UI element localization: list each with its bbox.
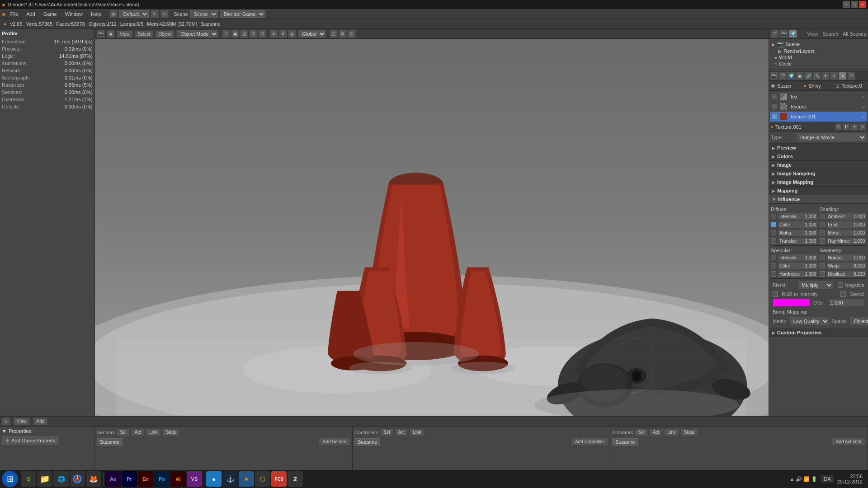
section-custom-properties[interactable]: ▶ Custom Properties (769, 328, 868, 337)
controllers-sel-btn[interactable]: Sel (380, 428, 393, 436)
menu-add[interactable]: Add (23, 10, 39, 18)
prop-texture-icon[interactable]: 🗋 (847, 72, 855, 80)
section-colors[interactable]: ▶ Colors (769, 152, 868, 161)
inf-check-intensity[interactable] (771, 214, 776, 219)
viewport-draw3-icon[interactable]: ◫ (240, 30, 248, 38)
inf-bar-transluc[interactable]: Transluc: 1.000 (778, 237, 818, 244)
viewport-render-icon[interactable]: ◉ (107, 30, 115, 38)
controllers-link-btn[interactable]: Link (410, 428, 424, 436)
section-image-mapping[interactable]: ▶ Image Mapping (769, 178, 868, 187)
close-button[interactable]: × (859, 1, 866, 8)
tex-row-texture[interactable]: ✓ Texture ✓ (770, 102, 867, 112)
actuators-act-btn[interactable]: Act (650, 428, 662, 436)
add-controller-button[interactable]: Add Controller (571, 438, 608, 446)
select-menu-button[interactable]: Select (135, 30, 154, 38)
taskbar-asus-icon[interactable]: ⚙ (21, 471, 36, 487)
section-image[interactable]: ▶ Image (769, 161, 868, 169)
prop-constraint-icon[interactable]: 🔗 (804, 72, 812, 80)
view-menu-button[interactable]: View (117, 30, 133, 38)
scene-tree-item-circle[interactable]: ○ Circle (771, 61, 866, 67)
inf-check-spec-intensity[interactable] (771, 255, 776, 260)
inf-bar-mirror[interactable]: Mirror: 1.000 (827, 229, 867, 236)
prop-scene-icon[interactable]: 🎬 (778, 72, 787, 80)
section-image-sampling[interactable]: ▶ Image Sampling (769, 169, 868, 178)
taskbar-folder-icon[interactable]: 📁 (37, 471, 52, 487)
section-preview[interactable]: ▶ Preview (769, 144, 868, 152)
tex-x-icon[interactable]: ✓ (862, 94, 865, 99)
transform-select[interactable]: Global (298, 30, 326, 38)
prop-particle-icon[interactable]: ✦ (821, 72, 830, 80)
add-sensor-button[interactable]: Add Sensor (319, 438, 350, 446)
sensors-state-btn[interactable]: State (163, 428, 179, 436)
viewport-xray-icon[interactable]: ◫ (330, 30, 338, 38)
inf-bar-alpha[interactable]: Alpha: 1.000 (778, 229, 818, 236)
negative-check[interactable] (838, 282, 843, 288)
add-game-property-button[interactable]: + Add Game Property (2, 436, 59, 446)
taskbar-network-icon[interactable]: 🌐 (53, 471, 69, 487)
prop-object-icon[interactable]: ◉ (796, 72, 804, 80)
section-influence[interactable]: ▼ Influence (769, 195, 868, 204)
viewport-draw5-icon[interactable]: ⊟ (258, 30, 266, 38)
layout-select[interactable]: Default (119, 10, 149, 18)
taskbar-fc3-icon[interactable]: FC3 (271, 471, 287, 487)
sensors-act-btn[interactable]: Act (132, 428, 144, 436)
inf-bar-warp[interactable]: Warp: 0.000 (827, 262, 867, 269)
viewport-snap-icon[interactable]: ⊗ (279, 30, 287, 38)
viewport-prop-icon[interactable]: ◎ (288, 30, 296, 38)
tex-check-texture001[interactable]: ✓ (772, 114, 777, 119)
bump-method-select[interactable]: Low Quality (789, 317, 829, 326)
inf-bar-intensity[interactable]: Intensity: 1.000 (778, 213, 818, 220)
rp-scene-icon[interactable]: 🎬 (771, 30, 779, 38)
prop-world-icon[interactable]: 🌍 (787, 72, 795, 80)
viewport-draw1-icon[interactable]: ⊙ (222, 30, 230, 38)
viewport-camera-icon[interactable]: 📷 (97, 30, 105, 38)
inf-check-normal[interactable] (820, 255, 825, 260)
tex-x-icon-3[interactable]: ✓ (862, 114, 865, 119)
bottom-add-btn[interactable]: Add (33, 418, 48, 425)
tex-check-tex[interactable]: ✓ (772, 94, 777, 99)
inf-bar-color[interactable]: Color: 1.000 (778, 221, 818, 228)
inf-check-warp[interactable] (820, 263, 825, 268)
add-layout-button[interactable]: + (151, 10, 159, 18)
tex-f-btn[interactable]: F (843, 123, 850, 130)
sensors-sel-btn[interactable]: Sel (117, 428, 129, 436)
actuators-link-btn[interactable]: Link (664, 428, 679, 436)
tex-x-icon-2[interactable]: ✓ (862, 104, 865, 109)
taskbar-premiere-icon[interactable]: Pr (122, 471, 137, 487)
actuators-state-btn[interactable]: State (681, 428, 698, 436)
engine-select[interactable]: Blender Game (220, 10, 265, 18)
tex-row-texture001[interactable]: ✓ Texture.001 ✓ (770, 112, 867, 122)
rp-render-icon[interactable]: 📷 (780, 30, 788, 38)
add-actuator-button[interactable]: Add Actuator (832, 438, 866, 446)
inf-bar-ambient[interactable]: Ambient: 1.000 (827, 213, 867, 220)
inf-bar-displace[interactable]: Displace: 0.200 (827, 270, 867, 277)
viewport-particles-icon[interactable]: ⊡ (348, 30, 356, 38)
taskbar-blender-icon[interactable]: ● (239, 471, 254, 487)
tex-row-tex[interactable]: ✓ Tex ✓ (770, 92, 867, 102)
rgb-check[interactable] (773, 291, 778, 297)
start-button[interactable]: ⊞ (2, 471, 18, 487)
controllers-act-btn[interactable]: Act (395, 428, 408, 436)
dvar-input[interactable]: 1.000 (828, 299, 864, 307)
prop-modifier-icon[interactable]: 🔧 (813, 72, 821, 80)
viewport-overlay-icon[interactable]: ⊠ (339, 30, 347, 38)
inf-check-ambient[interactable] (820, 214, 825, 219)
layout-icon[interactable]: ⊞ (109, 10, 118, 18)
viewport-content[interactable] (95, 39, 769, 470)
space-select[interactable]: ObjectSpace (850, 317, 868, 326)
taskbar-firefox-icon[interactable]: 🦊 (86, 471, 101, 487)
taskbar-encore-icon[interactable]: En (138, 471, 153, 487)
scene-tree-item-world[interactable]: ● World (771, 54, 866, 61)
remove-layout-button[interactable]: × (160, 10, 169, 18)
tex-plus-btn[interactable]: + (851, 123, 858, 130)
inf-check-transluc[interactable] (771, 238, 776, 244)
taskbar-steam-icon[interactable]: ⚓ (222, 471, 238, 487)
taskbar-chrome-icon[interactable] (70, 471, 85, 487)
tex-check-texture[interactable]: ✓ (772, 104, 777, 109)
scene-tree-item-scene[interactable]: ▶ 📷 Scene (771, 41, 866, 48)
viewport-pivot-icon[interactable]: ⊕ (270, 30, 278, 38)
tex-x-btn[interactable]: × (859, 123, 866, 130)
menu-game[interactable]: Game (40, 10, 61, 18)
menu-file[interactable]: File (6, 10, 22, 18)
maximize-button[interactable]: □ (851, 1, 858, 8)
